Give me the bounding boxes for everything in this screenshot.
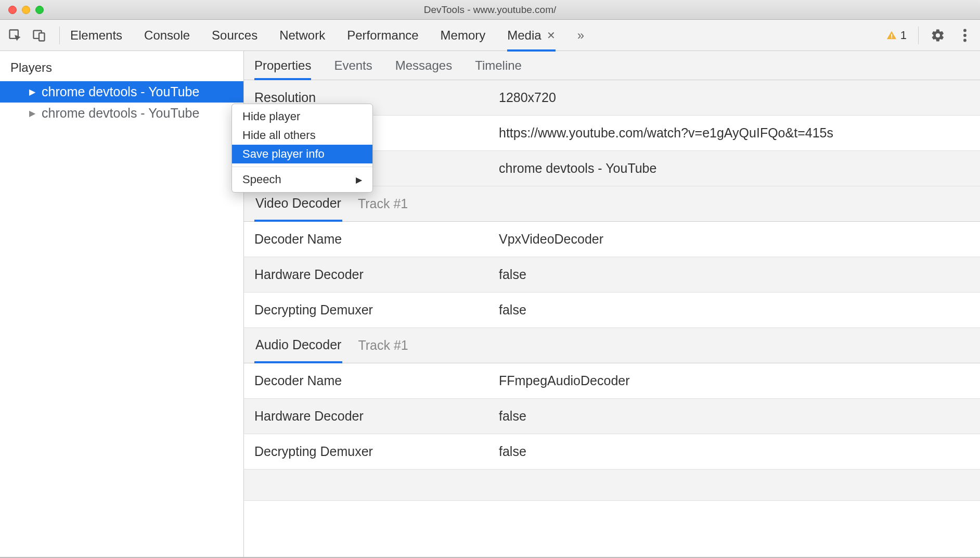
property-value: false xyxy=(499,444,526,459)
tab-media[interactable]: Media ✕ xyxy=(507,20,555,51)
menu-hide-all-others[interactable]: Hide all others xyxy=(232,126,372,145)
svg-rect-4 xyxy=(891,37,892,38)
player-item-selected[interactable]: ▶ chrome devtools - YouTube xyxy=(0,81,243,103)
tab-console[interactable]: Console xyxy=(144,20,190,51)
property-value: false xyxy=(499,409,526,424)
menu-save-player-info[interactable]: Save player info xyxy=(232,145,372,163)
property-value: VpxVideoDecoder xyxy=(499,232,603,247)
inspect-element-icon[interactable] xyxy=(7,28,23,43)
device-toolbar-icon[interactable] xyxy=(31,28,47,43)
section-label: Audio Decoder xyxy=(255,337,341,352)
close-window-button[interactable] xyxy=(8,6,17,14)
property-value: chrome devtools - YouTube xyxy=(499,161,656,176)
subtab-timeline[interactable]: Timeline xyxy=(475,51,522,80)
property-key: Decoder Name xyxy=(254,232,499,247)
property-key: Hardware Decoder xyxy=(254,409,499,424)
player-item-label: chrome devtools - YouTube xyxy=(42,84,199,99)
property-row: Decrypting Demuxer false xyxy=(244,434,980,470)
subtab-messages[interactable]: Messages xyxy=(395,51,452,80)
disclosure-triangle-icon: ▶ xyxy=(29,108,35,118)
property-value: https://www.youtube.com/watch?v=e1gAyQuI… xyxy=(499,125,833,141)
warning-count: 1 xyxy=(900,29,907,42)
svg-point-7 xyxy=(963,39,966,42)
tab-elements[interactable]: Elements xyxy=(70,20,122,51)
titlebar: DevTools - www.youtube.com/ xyxy=(0,0,980,20)
property-row: Decrypting Demuxer false xyxy=(244,293,980,328)
toolbar-divider xyxy=(918,27,919,44)
warnings-badge[interactable]: 1 xyxy=(886,29,907,42)
property-value: false xyxy=(499,267,526,282)
menu-speech[interactable]: Speech ▶ xyxy=(232,170,372,189)
svg-rect-3 xyxy=(891,34,892,37)
tab-media-label: Media xyxy=(507,28,541,43)
svg-point-5 xyxy=(963,29,966,32)
toolbar-divider xyxy=(59,27,60,44)
subtab-events[interactable]: Events xyxy=(334,51,372,80)
more-options-icon[interactable] xyxy=(957,28,973,43)
section-audio-decoder: Audio Decoder Track #1 xyxy=(244,328,980,363)
zoom-window-button[interactable] xyxy=(35,6,44,14)
property-key: Hardware Decoder xyxy=(254,267,499,282)
settings-gear-icon[interactable] xyxy=(930,28,946,43)
property-row: Decoder Name VpxVideoDecoder xyxy=(244,222,980,257)
property-row: Hardware Decoder false xyxy=(244,257,980,293)
property-key: Decoder Name xyxy=(254,373,499,388)
section-track: Track #1 xyxy=(358,196,408,211)
more-tabs-button[interactable]: » xyxy=(577,20,584,51)
property-row: Decoder Name FFmpegAudioDecoder xyxy=(244,363,980,399)
players-sidebar: Players ▶ chrome devtools - YouTube ▶ ch… xyxy=(0,51,244,557)
devtools-toolbar: Elements Console Sources Network Perform… xyxy=(0,20,980,51)
warning-icon xyxy=(886,30,897,41)
submenu-arrow-icon: ▶ xyxy=(356,175,362,185)
property-key: Resolution xyxy=(254,90,499,105)
main-content: Players ▶ chrome devtools - YouTube ▶ ch… xyxy=(0,51,980,558)
property-row: Hardware Decoder false xyxy=(244,399,980,434)
window-title: DevTools - www.youtube.com/ xyxy=(8,4,972,16)
panel-tabs: Elements Console Sources Network Perform… xyxy=(70,20,584,51)
context-menu: Hide player Hide all others Save player … xyxy=(231,104,373,193)
property-value: FFmpegAudioDecoder xyxy=(499,373,630,388)
sidebar-header: Players xyxy=(0,51,243,81)
section-label: Video Decoder xyxy=(255,196,341,211)
tab-sources[interactable]: Sources xyxy=(212,20,257,51)
tab-memory[interactable]: Memory xyxy=(441,20,486,51)
disclosure-triangle-icon: ▶ xyxy=(29,87,35,97)
svg-rect-2 xyxy=(39,33,45,41)
property-value: 1280x720 xyxy=(499,90,556,105)
empty-row xyxy=(244,470,980,501)
subtab-properties[interactable]: Properties xyxy=(254,51,311,80)
menu-separator xyxy=(232,167,372,167)
menu-hide-player[interactable]: Hide player xyxy=(232,107,372,126)
tab-performance[interactable]: Performance xyxy=(347,20,418,51)
property-key: Decrypting Demuxer xyxy=(254,444,499,459)
minimize-window-button[interactable] xyxy=(22,6,30,14)
property-value: false xyxy=(499,302,526,318)
tab-network[interactable]: Network xyxy=(279,20,325,51)
close-icon[interactable]: ✕ xyxy=(547,29,556,42)
player-item-label: chrome devtools - YouTube xyxy=(42,106,199,121)
property-key: Decrypting Demuxer xyxy=(254,302,499,318)
menu-speech-label: Speech xyxy=(242,173,281,186)
panel-subtabs: Properties Events Messages Timeline xyxy=(244,51,980,80)
traffic-lights xyxy=(8,6,44,14)
player-item[interactable]: ▶ chrome devtools - YouTube xyxy=(0,103,243,124)
svg-point-6 xyxy=(963,34,966,37)
section-track: Track #1 xyxy=(358,338,408,353)
